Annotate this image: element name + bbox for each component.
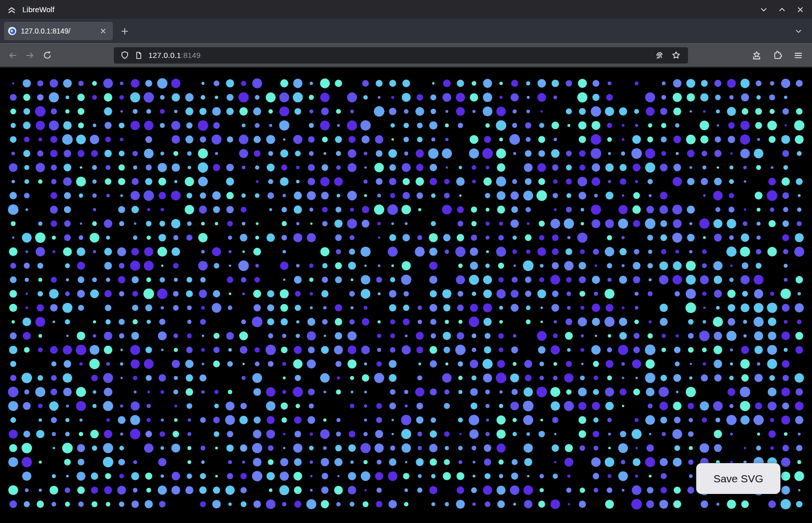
url-text[interactable]: 127.0.0.1:8149: [148, 51, 201, 59]
page-info-icon[interactable]: [133, 49, 145, 61]
tab-overflow-button[interactable]: [791, 23, 806, 39]
url-bar[interactable]: 127.0.0.1:8149: [114, 47, 688, 64]
url-port: :8149: [181, 51, 201, 59]
tab-close-icon[interactable]: [98, 25, 109, 37]
fingerprint-block-icon[interactable]: [653, 49, 666, 61]
toolbar-right-icons: [748, 47, 807, 64]
close-button[interactable]: [794, 3, 807, 16]
new-tab-button[interactable]: [117, 23, 132, 39]
reload-button[interactable]: [39, 47, 56, 64]
titlebar: LibreWolf: [0, 0, 812, 19]
shield-icon[interactable]: [118, 49, 131, 61]
tab-title: 127.0.0.1:8149/: [21, 27, 98, 35]
window-title: LibreWolf: [22, 5, 54, 14]
save-svg-button[interactable]: Save SVG: [696, 463, 780, 494]
maximize-button[interactable]: [775, 3, 789, 16]
double-chevron-up-icon[interactable]: [6, 4, 17, 15]
url-host: 127.0.0.1: [148, 51, 181, 59]
browser-window: LibreWolf 127.0.0.1:8149/: [0, 0, 812, 523]
navigation-toolbar: 127.0.0.1:8149: [0, 43, 812, 68]
bookmark-star-icon[interactable]: [670, 49, 682, 61]
page-content: Save SVG: [0, 68, 812, 523]
minimize-button[interactable]: [757, 3, 770, 16]
tab-bar: 127.0.0.1:8149/: [0, 19, 812, 43]
window-controls: [757, 3, 807, 16]
dot-field-artwork: [0, 68, 812, 523]
forward-button[interactable]: [21, 47, 39, 64]
tab-favicon-icon: [8, 27, 16, 35]
bookmarks-tray-icon[interactable]: [748, 47, 765, 64]
tab-127-0-0-1[interactable]: 127.0.0.1:8149/: [4, 22, 113, 40]
menu-icon[interactable]: [790, 47, 807, 64]
extensions-icon[interactable]: [769, 47, 786, 64]
back-button[interactable]: [4, 47, 21, 64]
